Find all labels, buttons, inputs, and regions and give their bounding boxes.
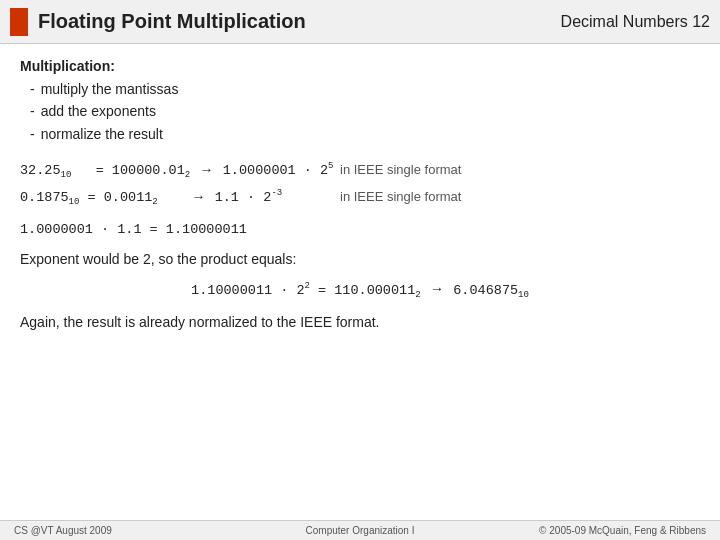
normalized-text: Again, the result is already normalized … (20, 314, 700, 330)
bullet-list: - multiply the mantissas - add the expon… (30, 78, 700, 145)
footer-center: Computer Organization I (245, 525, 476, 536)
bullet-item-3: - normalize the result (30, 123, 700, 145)
final-math: 1.10000011 · 22 = 110.0000112 → 6.046875… (20, 281, 700, 300)
header-title: Floating Point Multiplication (38, 10, 561, 33)
product-line: 1.0000001 · 1.1 = 1.10000011 (20, 222, 700, 237)
bullet-item-2: - add the exponents (30, 100, 700, 122)
header: Floating Point Multiplication Decimal Nu… (0, 0, 720, 44)
footer-left: CS @VT August 2009 (14, 525, 245, 536)
content: Multiplication: - multiply the mantissas… (0, 44, 720, 340)
footer: CS @VT August 2009 Computer Organization… (0, 520, 720, 540)
math-row-1: 32.2510 = 100000.012 → 1.0000001 · 25 in… (20, 161, 700, 180)
header-subtitle: Decimal Numbers 12 (561, 13, 710, 31)
footer-right: © 2005-09 McQuain, Feng & Ribbens (475, 525, 706, 536)
math-row-2: 0.187510 = 0.00112 → 1.1 · 2-3 in IEEE s… (20, 188, 700, 207)
section-title: Multiplication: (20, 58, 700, 74)
math-block: 32.2510 = 100000.012 → 1.0000001 · 25 in… (20, 161, 700, 207)
exponent-text: Exponent would be 2, so the product equa… (20, 251, 700, 267)
header-accent (10, 8, 28, 36)
bullet-item-1: - multiply the mantissas (30, 78, 700, 100)
